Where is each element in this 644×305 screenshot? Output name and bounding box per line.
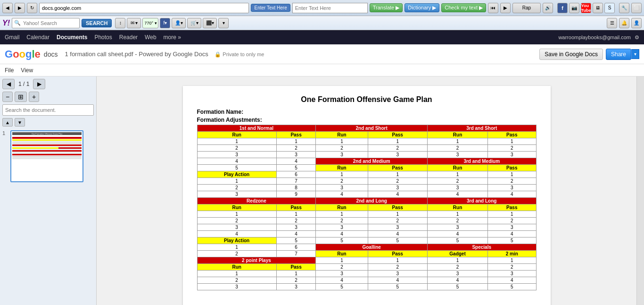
table-row: Play Action 6 11 11	[197, 171, 536, 178]
thumb-page-num: 1	[2, 130, 8, 136]
game-plan-table: 1st and Normal 2nd and Short 3rd and Sho…	[197, 125, 537, 290]
left-panel: ◀ 1 / 1 ▶ − ⊞ + ▲ ▼ 1 One Formation Offe…	[0, 76, 97, 305]
save-in-google-docs-button[interactable]: Save in Google Docs	[539, 49, 603, 60]
search-up-btn[interactable]: ▲	[2, 118, 13, 127]
play-action-2: Play Action	[197, 237, 276, 244]
nav-documents[interactable]: Documents	[57, 34, 87, 41]
search-arrows: ▲ ▼	[2, 118, 94, 127]
share2-icon[interactable]: S	[604, 3, 615, 13]
share-dropdown-icon[interactable]: ▾	[631, 49, 639, 59]
more-icon[interactable]: ▾	[218, 18, 229, 28]
yahoo-search-input[interactable]	[21, 18, 77, 28]
bell-icon[interactable]: 🔔	[619, 18, 629, 28]
table-row: 22 22 22	[197, 145, 536, 152]
fb-icon[interactable]: f	[557, 3, 568, 13]
doc-search-input[interactable]	[2, 104, 94, 116]
table-row: 27 Run Pass Gadget 2 min	[197, 251, 536, 257]
page-indicator: 1 / 1	[17, 81, 31, 87]
table-row: 39 44 44	[197, 191, 536, 198]
table-row: 44 2nd and Medium 3rd and Medium	[197, 158, 536, 165]
cart-icon[interactable]: 🛒▾	[187, 18, 201, 28]
table-row: 1st and Normal 2nd and Short 3rd and Sho…	[197, 125, 536, 132]
volume-icon[interactable]: 🔊	[543, 3, 553, 13]
lock-icon: 🔒	[215, 51, 221, 57]
forward-btn[interactable]: ▶	[15, 3, 25, 13]
search-input[interactable]	[292, 3, 368, 13]
yahoo-search-button[interactable]: SEARCH	[82, 19, 112, 27]
table-row: 28 33 33	[197, 185, 536, 191]
expand-icon[interactable]: ⬜	[631, 3, 642, 13]
back-btn[interactable]: ◀	[2, 3, 13, 13]
dictionary-btn[interactable]: Dictionary ▶	[405, 3, 439, 12]
media-play-icon[interactable]: ▶	[500, 3, 511, 13]
menu-view[interactable]: View	[21, 67, 33, 74]
redzone-header: Redzone	[197, 198, 316, 204]
user-settings-icon[interactable]: 👤	[631, 18, 642, 28]
mail-icon[interactable]: ✉ ▾	[127, 18, 141, 28]
table-row: Run Pass 22 22	[197, 264, 536, 271]
play-action-label: Play Action	[197, 171, 276, 178]
header-1st-normal: 1st and Normal	[197, 125, 316, 132]
run-label: Run	[316, 132, 368, 138]
extra-icon[interactable]: ⬛▾	[203, 18, 217, 28]
table-row: 33 33 33	[197, 152, 536, 158]
table-row: Run Pass Run Pass Run Pass	[197, 204, 536, 211]
nav-gear-icon[interactable]: ⚙	[635, 34, 639, 41]
next-page-btn[interactable]: ▶	[33, 79, 45, 89]
zoom-controls: − ⊞ +	[2, 92, 94, 102]
page-thumbnail-img[interactable]: One Formation Offensive Game Plan	[10, 130, 83, 182]
search-down-btn[interactable]: ▼	[15, 118, 25, 127]
page-nav-controls: ◀ 1 / 1 ▶	[2, 79, 94, 89]
url-bar[interactable]	[39, 3, 249, 13]
nav-web[interactable]: Web	[145, 34, 156, 41]
nav-reader[interactable]: Reader	[119, 34, 138, 41]
refresh-btn[interactable]: ↻	[27, 3, 37, 13]
monitor-icon[interactable]: 🖥	[593, 3, 603, 13]
table-row: 22 44 44	[197, 277, 536, 284]
2nd-medium-header: 2nd and Medium	[316, 158, 428, 165]
yt-icon[interactable]: YouTube	[581, 3, 591, 13]
two-point-header: 2 point Plays	[197, 257, 316, 264]
header-3rd-short: 3rd and Short	[427, 125, 536, 132]
thumbnail-area: 1 One Formation Offensive Game Plan	[2, 130, 94, 303]
yahoo-logo: Y!	[2, 19, 10, 27]
browser-toolbar: ◀ ▶ ↻ Enter Text Here Translate ▶ Dictio…	[0, 0, 644, 16]
zoom-out-btn[interactable]: −	[2, 92, 13, 102]
google-nav-bar: Gmail Calendar Documents Photos Reader W…	[0, 30, 644, 44]
document-title: 1 formation call sheet.pdf - Powered by …	[65, 51, 539, 58]
page-thumbnail-1: 1 One Formation Offensive Game Plan	[2, 130, 94, 182]
zoom-grid-btn[interactable]: ⊞	[15, 92, 27, 102]
scrollbar[interactable]	[636, 76, 644, 305]
3rd-medium-header: 3rd and Medium	[427, 158, 536, 165]
nav-more[interactable]: more »	[164, 34, 181, 41]
nav-photos[interactable]: Photos	[94, 34, 112, 41]
table-row: 11 11 11	[197, 211, 536, 218]
google-logo-letters: Google	[5, 48, 41, 60]
prev-page-btn[interactable]: ◀	[2, 79, 15, 89]
translate-btn[interactable]: Translate ▶	[370, 3, 403, 12]
weather-icon[interactable]: 770° ▾	[142, 18, 158, 28]
social-icon[interactable]: f▾	[160, 18, 170, 28]
2nd-long-header: 2nd and Long	[316, 198, 428, 204]
settings-icon[interactable]: 🔧	[619, 3, 629, 13]
share-button[interactable]: Share	[606, 49, 631, 60]
cam-icon[interactable]: 📷	[569, 3, 579, 13]
check-text-btn[interactable]: Check my text ▶	[441, 3, 486, 12]
nav-gmail[interactable]: Gmail	[5, 34, 19, 41]
specials-header: Specials	[427, 244, 536, 251]
menu-file[interactable]: File	[5, 67, 14, 74]
cursor-icon[interactable]: ↕	[115, 18, 125, 28]
zoom-in-btn[interactable]: +	[29, 92, 39, 102]
media-prev-icon[interactable]: ⏮	[488, 3, 498, 13]
nav-calendar[interactable]: Calendar	[26, 34, 50, 41]
table-row: Play Action 5 55 55	[197, 237, 536, 244]
table-row: 22 22 22	[197, 218, 536, 224]
table-row: 55 Run Pass Run Pass	[197, 165, 536, 171]
menu-bar: File View	[0, 64, 644, 76]
list-view-icon[interactable]: ☰	[607, 18, 617, 28]
doc-page: One Formation Offensive Game Plan Format…	[183, 86, 551, 305]
table-row: Run Pass Run Pass Run Pass	[197, 132, 536, 138]
table-row: 11 11 11	[197, 138, 536, 145]
profile-icon[interactable]: 👤▾	[172, 18, 186, 28]
thumb-content: One Formation Offensive Game Plan	[12, 132, 82, 180]
